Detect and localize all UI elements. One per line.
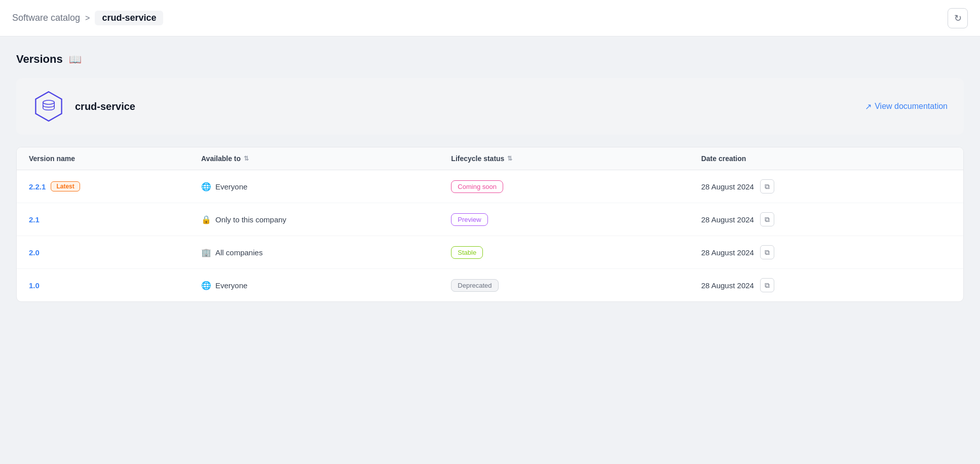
available-text-10: Everyone <box>215 281 247 290</box>
svg-marker-0 <box>35 92 61 121</box>
date-text-221: 28 August 2024 <box>701 182 754 191</box>
badge-coming-soon: Coming soon <box>451 180 503 193</box>
lifecycle-cell-10: Deprecated <box>451 281 701 290</box>
version-link-21[interactable]: 2.1 <box>29 215 40 224</box>
copy-button-221[interactable]: ⧉ <box>760 179 774 194</box>
service-icon-wrap <box>32 90 65 123</box>
breadcrumb-home[interactable]: Software catalog <box>12 13 80 23</box>
table-row: 2.0 🏢 All companies Stable 28 August 202… <box>17 236 963 269</box>
service-card-left: crud-service <box>32 90 135 123</box>
service-card: crud-service ↗ View documentation <box>16 78 964 135</box>
date-cell-21: 28 August 2024 ⧉ <box>701 212 951 226</box>
table-row: 2.2.1 Latest 🌐 Everyone Coming soon 28 A… <box>17 170 963 203</box>
version-cell: 2.2.1 Latest <box>29 181 201 191</box>
copy-icon-221: ⧉ <box>765 182 770 191</box>
available-text-221: Everyone <box>215 182 247 191</box>
table-header: Version name Available to ⇅ Lifecycle st… <box>17 147 963 170</box>
globe-icon-10: 🌐 <box>201 281 211 290</box>
breadcrumb-current: crud-service <box>95 11 163 25</box>
col-header-available[interactable]: Available to ⇅ <box>201 154 451 163</box>
lifecycle-cell-20: Stable <box>451 248 701 257</box>
date-text-21: 28 August 2024 <box>701 215 754 224</box>
version-cell-20: 2.0 <box>29 248 201 257</box>
svg-point-1 <box>43 100 54 104</box>
table-row: 2.1 🔒 Only to this company Preview 28 Au… <box>17 203 963 236</box>
service-hexagon-icon <box>32 90 65 123</box>
book-icon[interactable]: 📖 <box>69 53 82 65</box>
version-cell-21: 2.1 <box>29 215 201 224</box>
breadcrumb-separator: > <box>85 14 90 23</box>
available-cell-221: 🌐 Everyone <box>201 182 451 191</box>
section-title-row: Versions 📖 <box>16 53 964 66</box>
available-text-20: All companies <box>215 248 262 257</box>
copy-icon-10: ⧉ <box>765 281 770 290</box>
available-cell-20: 🏢 All companies <box>201 248 451 257</box>
badge-latest: Latest <box>51 181 80 191</box>
sort-available-icon: ⇅ <box>244 155 249 162</box>
copy-button-21[interactable]: ⧉ <box>760 212 774 226</box>
badge-deprecated: Deprecated <box>451 279 498 292</box>
copy-icon-20: ⧉ <box>765 248 770 257</box>
table-row: 1.0 🌐 Everyone Deprecated 28 August 2024… <box>17 269 963 301</box>
available-text-21: Only to this company <box>215 215 286 224</box>
refresh-icon: ↻ <box>954 13 962 24</box>
version-link-20[interactable]: 2.0 <box>29 248 40 257</box>
main-content: Versions 📖 crud-service ↗ View documenta… <box>0 36 980 318</box>
col-header-version: Version name <box>29 154 201 163</box>
col-header-lifecycle[interactable]: Lifecycle status ⇅ <box>451 154 701 163</box>
copy-button-20[interactable]: ⧉ <box>760 245 774 259</box>
date-cell-10: 28 August 2024 ⧉ <box>701 278 951 292</box>
date-text-10: 28 August 2024 <box>701 281 754 290</box>
date-cell-20: 28 August 2024 ⧉ <box>701 245 951 259</box>
breadcrumb: Software catalog > crud-service <box>12 11 163 25</box>
date-cell-221: 28 August 2024 ⧉ <box>701 179 951 194</box>
lock-icon-21: 🔒 <box>201 215 211 224</box>
view-documentation-link[interactable]: ↗ View documentation <box>865 102 948 111</box>
external-link-icon: ↗ <box>865 102 872 111</box>
refresh-button[interactable]: ↻ <box>948 8 968 28</box>
col-header-date: Date creation <box>701 154 951 163</box>
available-cell-10: 🌐 Everyone <box>201 281 451 290</box>
view-doc-label: View documentation <box>875 102 948 111</box>
copy-button-10[interactable]: ⧉ <box>760 278 774 292</box>
badge-stable: Stable <box>451 246 483 259</box>
building-icon-20: 🏢 <box>201 248 211 257</box>
version-link-10[interactable]: 1.0 <box>29 281 40 290</box>
section-title: Versions <box>16 53 63 66</box>
service-name: crud-service <box>75 101 135 112</box>
top-bar: Software catalog > crud-service ↻ <box>0 0 980 36</box>
versions-table: Version name Available to ⇅ Lifecycle st… <box>16 147 964 302</box>
lifecycle-cell-21: Preview <box>451 215 701 224</box>
date-text-20: 28 August 2024 <box>701 248 754 257</box>
globe-icon-221: 🌐 <box>201 182 211 191</box>
lifecycle-cell-221: Coming soon <box>451 182 701 191</box>
copy-icon-21: ⧉ <box>765 215 770 224</box>
available-cell-21: 🔒 Only to this company <box>201 215 451 224</box>
sort-lifecycle-icon: ⇅ <box>507 155 512 162</box>
version-link-221[interactable]: 2.2.1 <box>29 182 46 191</box>
badge-preview: Preview <box>451 213 487 226</box>
version-cell-10: 1.0 <box>29 281 201 290</box>
